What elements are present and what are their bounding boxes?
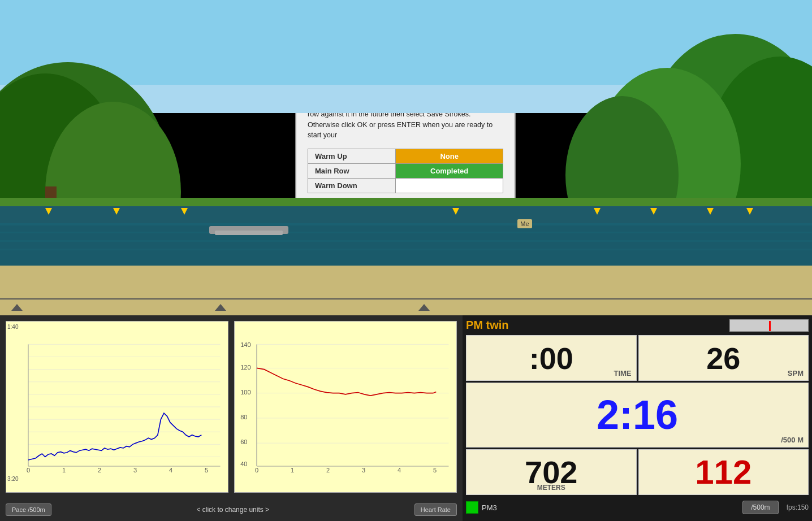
svg-text:0: 0	[255, 467, 258, 474]
svg-rect-33	[0, 298, 812, 299]
svg-text:2: 2	[98, 467, 101, 474]
heart-rate-chart: 140 120 100 80 60 40	[234, 321, 457, 493]
svg-rect-23	[215, 231, 283, 235]
svg-text:4: 4	[398, 467, 401, 474]
pm-spm-cell: 26 SPM	[638, 335, 809, 381]
bottom-panel: 1:40 3:20	[0, 299, 812, 521]
change-units-text[interactable]: < click to change units >	[196, 506, 269, 514]
svg-rect-32	[0, 266, 812, 299]
pm-spm-value: 26	[706, 341, 740, 376]
pm-spm-label: SPM	[788, 369, 804, 377]
pm-meters-cell: 702 METERS	[466, 449, 637, 495]
svg-text:120: 120	[240, 364, 250, 371]
pm-time-value: :00	[529, 341, 573, 376]
chart-footer: Pace /500m < click to change units > Hea…	[0, 498, 463, 521]
y-label-top: 1:40	[7, 324, 18, 330]
svg-text:5: 5	[433, 467, 437, 474]
pm-grid: :00 TIME 26 SPM 2:16 /500 M 702 METERS	[466, 335, 809, 495]
pm-indicator-mark	[769, 321, 771, 331]
pm-time-cell: :00 TIME	[466, 335, 637, 381]
svg-text:Me: Me	[520, 220, 529, 227]
svg-text:3: 3	[133, 467, 137, 474]
pm-header: PM twin	[466, 319, 809, 332]
pm-500m-button[interactable]: /500m	[742, 501, 778, 514]
svg-text:100: 100	[240, 389, 250, 396]
pm-pace-label: /500 M	[781, 436, 804, 444]
y-label-bottom: 3:20	[7, 476, 18, 482]
svg-text:1: 1	[291, 467, 294, 474]
svg-text:0: 0	[27, 467, 30, 474]
svg-text:60: 60	[240, 438, 247, 445]
pm-model-label: PM3	[482, 503, 497, 512]
charts-container: 1:40 3:20	[0, 315, 463, 498]
pm-indicator-bar	[729, 319, 809, 332]
svg-text:4: 4	[169, 467, 172, 474]
svg-text:3: 3	[362, 467, 365, 474]
pace-chart-svg: 0 1 2 3 4 5	[11, 326, 223, 488]
pm-pace-value: 2:16	[597, 392, 678, 438]
svg-rect-17	[0, 206, 812, 223]
svg-text:5: 5	[205, 467, 208, 474]
svg-text:40: 40	[240, 461, 247, 467]
svg-rect-20	[0, 240, 812, 242]
pm-fps: fps:150	[787, 503, 809, 511]
charts-area: 1:40 3:20	[0, 315, 463, 521]
pm-green-indicator	[466, 501, 478, 514]
scene-svg: Me	[0, 0, 812, 299]
svg-rect-21	[0, 249, 812, 250]
panel-arrows	[0, 299, 812, 315]
pm-meters-label: METERS	[537, 484, 565, 492]
pm-panel: PM twin :00 TIME 26 SPM 2:16 /50	[463, 315, 812, 521]
pm-heart-rate-cell: 112	[638, 449, 809, 495]
heart-rate-button[interactable]: Heart Rate	[414, 503, 457, 516]
pm-heart-rate-value: 112	[695, 453, 751, 492]
arrow-up-2	[215, 304, 226, 311]
pm-pace-cell: 2:16 /500 M	[466, 383, 809, 447]
arrow-up-1	[11, 304, 23, 311]
svg-text:80: 80	[240, 414, 247, 420]
arrow-up-3	[418, 304, 430, 311]
pm-title: PM twin	[466, 319, 509, 332]
pace-button[interactable]: Pace /500m	[6, 503, 51, 516]
svg-rect-18	[0, 223, 812, 225]
svg-text:1: 1	[62, 467, 66, 474]
svg-rect-19	[0, 232, 812, 233]
pace-chart: 1:40 3:20	[6, 321, 228, 493]
heart-rate-chart-svg: 140 120 100 80 60 40	[239, 326, 452, 488]
main-bottom: 1:40 3:20	[0, 315, 812, 521]
svg-text:140: 140	[240, 341, 250, 348]
rowing-scene: Me Start Warm Down ✕ If you wish to save…	[0, 0, 812, 299]
svg-text:2: 2	[326, 467, 330, 474]
pm-footer: PM3 /500m fps:150	[466, 497, 809, 518]
pm-time-label: TIME	[614, 369, 631, 377]
